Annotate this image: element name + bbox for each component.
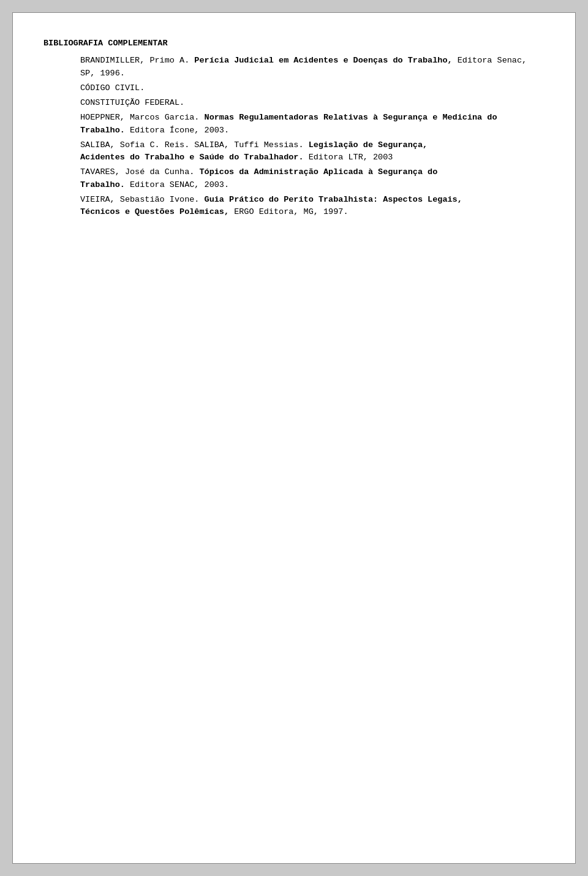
page: BIBLIOGRAFIA COMPLEMENTAR BRANDIMILLER, … <box>12 12 576 864</box>
list-item: BRANDIMILLER, Primo A. Perícia Judicial … <box>43 55 545 80</box>
bib-author: BRANDIMILLER, Primo A. <box>80 56 194 65</box>
bib-author: HOEPPNER, Marcos Garcia. <box>80 113 205 122</box>
bib-author: VIEIRA, Sebastião Ivone. <box>80 195 205 204</box>
list-item: CÓDIGO CIVIL. <box>43 82 545 94</box>
bib-title: Tópicos da Administração Aplicada à Segu… <box>199 167 437 177</box>
list-item: CONSTITUIÇÃO FEDERAL. <box>43 97 545 109</box>
bib-publisher: Editora LTR, 2003 <box>304 153 393 162</box>
bib-law-2: CONSTITUIÇÃO FEDERAL. <box>80 98 184 107</box>
list-item: HOEPPNER, Marcos Garcia. Normas Regulame… <box>43 112 545 137</box>
bib-publisher: ERGO Editora, MG, 1997. <box>229 207 348 216</box>
bib-author: SALIBA, Sofia C. Reis. SALIBA, Tuffi Mes… <box>80 140 309 150</box>
bib-author: TAVARES, José da Cunha. <box>80 167 199 177</box>
bib-title: Perícia Judicial em Acidentes e Doenças … <box>194 56 452 65</box>
bibliography-section: BIBLIOGRAFIA COMPLEMENTAR BRANDIMILLER, … <box>43 37 545 218</box>
bib-law: CÓDIGO CIVIL. <box>80 83 145 93</box>
bib-title: Guia Prático do Perito Trabalhista: Aspe… <box>205 195 462 204</box>
list-item: SALIBA, Sofia C. Reis. SALIBA, Tuffi Mes… <box>43 139 545 164</box>
bib-title: Legislação de Segurança, <box>309 140 428 150</box>
list-item: VIEIRA, Sebastião Ivone. Guia Prático do… <box>43 194 545 219</box>
bib-title-cont: Trabalho. <box>80 180 125 189</box>
bib-publisher: Editora Ícone, 2003. <box>125 126 229 135</box>
bib-title-cont: Acidentes do Trabalho e Saúde do Trabalh… <box>80 153 304 162</box>
bibliography-title: BIBLIOGRAFIA COMPLEMENTAR <box>43 37 545 50</box>
list-item: TAVARES, José da Cunha. Tópicos da Admin… <box>43 166 545 191</box>
bib-publisher: Editora SENAC, 2003. <box>125 180 229 189</box>
bib-title-cont: Técnicos e Questões Polêmicas, <box>80 207 229 216</box>
